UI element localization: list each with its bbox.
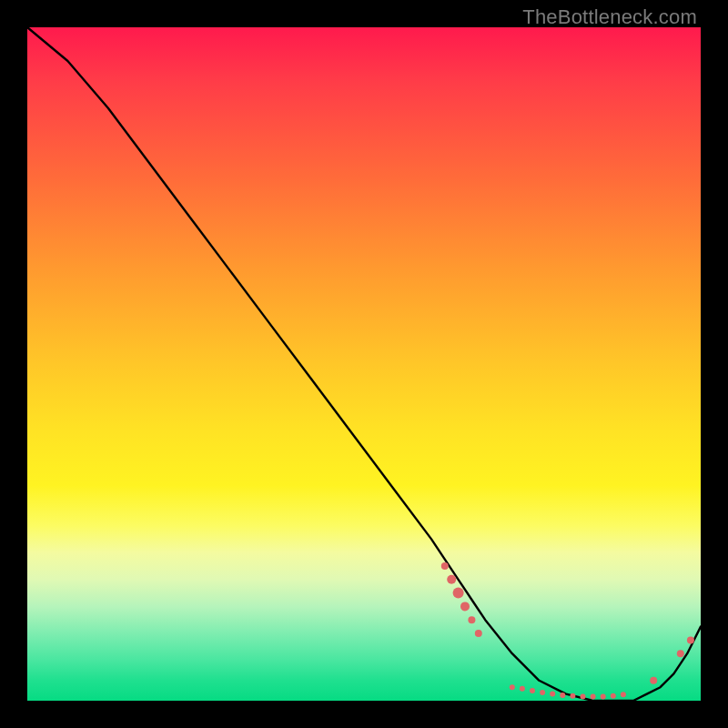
data-marker	[677, 650, 684, 657]
data-marker	[460, 602, 470, 611]
marker-group	[441, 562, 694, 700]
data-marker	[540, 690, 545, 695]
data-marker	[601, 694, 606, 700]
data-marker	[447, 575, 456, 584]
data-marker	[475, 630, 482, 637]
data-marker	[591, 694, 596, 700]
data-marker	[550, 692, 555, 697]
watermark-text: TheBottleneck.com	[522, 5, 697, 29]
data-marker	[581, 694, 586, 700]
data-marker	[453, 588, 464, 599]
chart-frame: TheBottleneck.com	[0, 0, 728, 728]
data-marker	[570, 693, 575, 699]
data-marker	[687, 636, 694, 643]
data-marker	[560, 693, 565, 698]
data-marker	[520, 686, 525, 692]
data-marker	[468, 616, 475, 623]
data-marker	[621, 692, 626, 697]
data-marker	[510, 684, 515, 690]
chart-svg	[27, 27, 701, 701]
data-marker	[650, 677, 657, 684]
plot-area	[27, 27, 701, 701]
data-marker	[530, 688, 535, 693]
bottleneck-curve	[27, 27, 701, 701]
data-marker	[441, 562, 449, 570]
data-marker	[611, 693, 616, 699]
